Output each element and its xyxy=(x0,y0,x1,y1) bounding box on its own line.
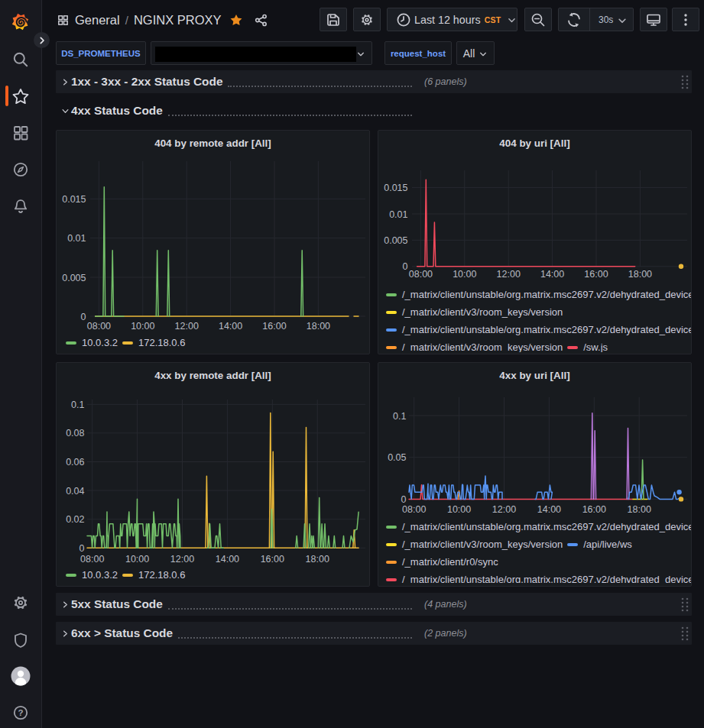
svg-text:12:00: 12:00 xyxy=(497,269,521,280)
svg-text:16:00: 16:00 xyxy=(262,321,286,332)
svg-text:0.02: 0.02 xyxy=(66,514,84,525)
svg-text:0: 0 xyxy=(81,312,86,322)
svg-text:16:00: 16:00 xyxy=(582,504,606,515)
svg-text:18:00: 18:00 xyxy=(307,321,330,332)
svg-text:0.01: 0.01 xyxy=(67,233,86,244)
svg-text:0: 0 xyxy=(403,261,408,272)
svg-text:0.1: 0.1 xyxy=(71,400,84,410)
svg-text:0.05: 0.05 xyxy=(388,452,406,463)
svg-text:08:00: 08:00 xyxy=(80,554,104,565)
svg-text:14:00: 14:00 xyxy=(219,321,242,332)
svg-text:10:00: 10:00 xyxy=(447,504,471,515)
svg-text:0.04: 0.04 xyxy=(66,486,84,497)
svg-text:14:00: 14:00 xyxy=(540,269,564,280)
svg-text:08:00: 08:00 xyxy=(409,269,433,280)
svg-text:0.015: 0.015 xyxy=(384,183,407,193)
svg-text:0.005: 0.005 xyxy=(62,273,86,283)
svg-text:12:00: 12:00 xyxy=(170,554,194,565)
svg-text:14:00: 14:00 xyxy=(216,554,239,565)
svg-text:10:00: 10:00 xyxy=(453,269,476,280)
svg-text:16:00: 16:00 xyxy=(261,554,284,565)
svg-text:0.06: 0.06 xyxy=(66,457,84,468)
svg-text:12:00: 12:00 xyxy=(492,504,516,515)
svg-text:0.015: 0.015 xyxy=(62,194,86,205)
svg-text:0.1: 0.1 xyxy=(393,411,406,422)
svg-text:14:00: 14:00 xyxy=(537,504,561,515)
svg-text:0: 0 xyxy=(401,494,407,505)
svg-text:10:00: 10:00 xyxy=(131,321,154,332)
svg-text:16:00: 16:00 xyxy=(584,269,608,280)
svg-text:08:00: 08:00 xyxy=(87,321,111,332)
svg-text:18:00: 18:00 xyxy=(628,504,651,515)
svg-text:18:00: 18:00 xyxy=(306,554,329,565)
svg-text:0: 0 xyxy=(79,543,85,554)
svg-text:12:00: 12:00 xyxy=(175,321,199,332)
svg-text:0.01: 0.01 xyxy=(389,209,407,220)
svg-text:0.005: 0.005 xyxy=(384,235,407,246)
svg-text:?: ? xyxy=(18,708,23,717)
svg-text:18:00: 18:00 xyxy=(628,269,652,280)
svg-text:10:00: 10:00 xyxy=(125,554,149,565)
svg-text:08:00: 08:00 xyxy=(402,504,426,515)
svg-text:0.08: 0.08 xyxy=(66,428,84,438)
